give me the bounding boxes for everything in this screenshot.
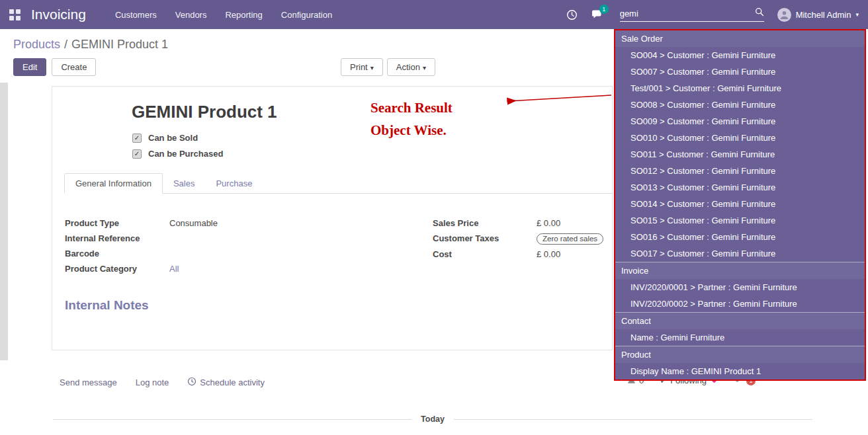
dropdown-result-item[interactable]: SO016 > Customer : Gemini Furniture: [615, 229, 865, 245]
clock-icon: [187, 377, 196, 388]
print-button[interactable]: Print▾: [341, 58, 383, 76]
field-row: Product TypeConsumable: [65, 218, 382, 229]
annotation-note: Search Result Object Wise.: [370, 97, 453, 141]
internal-notes-heading: Internal Notes: [65, 298, 149, 313]
dropdown-group-header: Sale Order: [615, 30, 865, 47]
message-badge: 1: [599, 5, 609, 14]
notebook-tabs: General InformationSalesPurchase: [64, 173, 612, 194]
activities-icon[interactable]: [566, 9, 578, 20]
divider-line: [53, 419, 412, 420]
field-value-product-category[interactable]: All: [169, 264, 179, 274]
field-row: Internal Reference: [65, 233, 382, 244]
dropdown-result-item[interactable]: SO010 > Customer : Gemini Furniture: [615, 130, 865, 146]
field-value-product-type: Consumable: [169, 218, 218, 228]
dropdown-result-item[interactable]: SO017 > Customer : Gemini Furniture: [615, 245, 865, 262]
field-row: Product CategoryAll: [65, 264, 382, 274]
search-input[interactable]: [620, 9, 755, 19]
chevron-down-icon: ▾: [370, 64, 374, 71]
tab-general-information[interactable]: General Information: [64, 173, 163, 194]
dropdown-result-item[interactable]: SO008 > Customer : Gemini Furniture: [615, 97, 865, 113]
dropdown-result-item[interactable]: INV/2020/0002 > Partner : Gemini Furnitu…: [615, 296, 865, 312]
dropdown-result-item[interactable]: SO013 > Customer : Gemini Furniture: [615, 179, 865, 196]
product-form-sheet: GEMINI Product 1 ✓Can be Sold✓Can be Pur…: [52, 86, 613, 350]
global-search: [620, 7, 764, 22]
print-label: Print: [350, 62, 368, 72]
dropdown-result-item[interactable]: INV/2020/0001 > Partner : Gemini Furnitu…: [615, 279, 865, 296]
annotation-arrow: [500, 92, 615, 106]
field-row: Barcode: [65, 249, 382, 259]
product-title: GEMINI Product 1: [132, 102, 277, 122]
tab-purchase[interactable]: Purchase: [205, 174, 263, 193]
today-divider: Today: [53, 415, 812, 424]
field-label: Barcode: [65, 249, 169, 258]
fields-right-column: Sales Price£ 0.00Customer TaxesZero rate…: [433, 218, 611, 264]
checkbox[interactable]: ✓: [132, 149, 142, 159]
record-buttons: Edit Create: [13, 58, 96, 76]
checkbox-row: ✓Can be Purchased: [132, 149, 223, 159]
field-value-sales-price: £ 0.00: [537, 218, 560, 228]
chevron-down-icon: ▾: [423, 64, 426, 71]
field-row: Sales Price£ 0.00: [433, 218, 611, 229]
dropdown-result-item[interactable]: SO004 > Customer : Gemini Furniture: [615, 47, 865, 63]
dropdown-result-item[interactable]: SO009 > Customer : Gemini Furniture: [615, 113, 865, 130]
field-label: Cost: [433, 249, 537, 259]
action-button[interactable]: Action▾: [387, 58, 435, 76]
messages-icon[interactable]: 1: [591, 9, 603, 20]
dropdown-result-item[interactable]: SO015 > Customer : Gemini Furniture: [615, 212, 865, 229]
log-note-link[interactable]: Log note: [136, 377, 169, 387]
apps-menu-icon[interactable]: [9, 9, 21, 20]
menu-vendors[interactable]: Vendors: [175, 10, 207, 20]
dropdown-result-item[interactable]: Name : Gemini Furniture: [615, 329, 865, 346]
main-menu: CustomersVendorsReportingConfiguration: [115, 10, 332, 20]
dropdown-result-item[interactable]: Test/001 > Customer : Gemini Furniture: [615, 80, 865, 97]
chatter-actions: Send message Log note Schedule activity: [60, 377, 265, 388]
breadcrumb-current: GEMINI Product 1: [71, 38, 168, 51]
user-menu[interactable]: Mitchell Admin ▾: [777, 8, 859, 22]
breadcrumb-products-link[interactable]: Products: [13, 38, 60, 51]
field-value-cost: £ 0.00: [537, 249, 560, 259]
chevron-down-icon: ▾: [855, 11, 859, 18]
breadcrumb-separator: /: [64, 38, 67, 51]
tab-sales[interactable]: Sales: [163, 174, 206, 193]
send-message-link[interactable]: Send message: [60, 377, 117, 387]
field-label: Product Type: [65, 218, 169, 228]
field-label: Sales Price: [433, 218, 537, 228]
menu-customers[interactable]: Customers: [115, 10, 157, 20]
schedule-activity-link[interactable]: Schedule activity: [187, 377, 265, 388]
dropdown-group-header: Invoice: [615, 262, 865, 279]
avatar: [777, 8, 791, 22]
breadcrumb: Products/GEMINI Product 1: [13, 38, 168, 52]
annotation-line1: Search Result: [370, 97, 453, 119]
checkbox[interactable]: ✓: [132, 134, 142, 143]
schedule-activity-label: Schedule activity: [200, 377, 265, 387]
content-left-gutter: [0, 83, 8, 360]
edit-button[interactable]: Edit: [13, 58, 46, 76]
dropdown-result-item[interactable]: Display Name : GEMINI Product 1: [615, 363, 865, 379]
field-label: Internal Reference: [65, 233, 169, 243]
menu-configuration[interactable]: Configuration: [281, 10, 332, 20]
dropdown-group-header: Contact: [615, 312, 865, 329]
dropdown-result-item[interactable]: SO011 > Customer : Gemini Furniture: [615, 146, 865, 163]
dropdown-group-header: Product: [615, 346, 865, 363]
annotation-line2: Object Wise.: [370, 119, 453, 141]
menu-reporting[interactable]: Reporting: [225, 10, 262, 20]
dropdown-result-item[interactable]: SO012 > Customer : Gemini Furniture: [615, 163, 865, 179]
create-button[interactable]: Create: [52, 58, 96, 76]
today-label: Today: [421, 415, 445, 424]
dropdown-result-item[interactable]: SO007 > Customer : Gemini Furniture: [615, 63, 865, 80]
search-icon[interactable]: [755, 7, 764, 19]
divider-line: [454, 419, 812, 420]
action-label: Action: [396, 62, 420, 72]
app-brand[interactable]: Invoicing: [31, 7, 86, 22]
dropdown-result-item[interactable]: SO014 > Customer : Gemini Furniture: [615, 196, 865, 212]
action-buttons: Print▾ Action▾: [341, 58, 435, 76]
navbar-right: 1 Mitchell Admin ▾: [566, 7, 859, 22]
top-navbar: Invoicing CustomersVendorsReportingConfi…: [0, 0, 868, 29]
field-row: Cost£ 0.00: [433, 249, 611, 260]
checkbox-label: Can be Purchased: [148, 149, 223, 159]
field-row: Customer TaxesZero rated sales: [433, 233, 611, 245]
checkbox-label: Can be Sold: [148, 133, 198, 143]
field-value-customer-taxes: Zero rated sales: [537, 233, 603, 245]
checkbox-row: ✓Can be Sold: [132, 133, 223, 143]
fields-left-column: Product TypeConsumableInternal Reference…: [65, 218, 382, 279]
